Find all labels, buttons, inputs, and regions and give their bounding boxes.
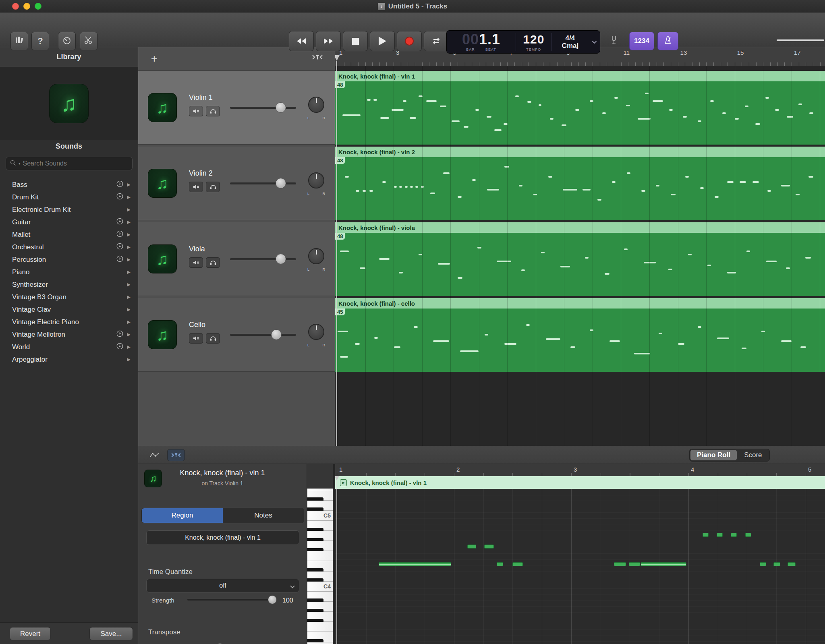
metronome-button[interactable]	[657, 32, 678, 50]
tab-region[interactable]: Region	[142, 508, 223, 523]
revert-button[interactable]: Revert	[10, 627, 51, 640]
volume-knob[interactable]	[276, 102, 286, 113]
download-icon[interactable]	[116, 343, 123, 352]
disclosure-arrow-icon[interactable]: ▶	[127, 195, 131, 200]
white-key-d3[interactable]	[307, 642, 333, 644]
editor-region-strip[interactable]: ▶ Knock, knock (final) - vln 1	[335, 476, 825, 489]
midi-note[interactable]	[745, 533, 751, 537]
library-item-world[interactable]: World▶	[0, 341, 138, 353]
library-item-vintage-electric-piano[interactable]: Vintage Electric Piano▶	[0, 316, 138, 328]
library-item-piano[interactable]: Piano▶	[0, 266, 138, 278]
cycle-button[interactable]	[424, 31, 449, 51]
forward-button[interactable]	[316, 31, 341, 51]
volume-knob[interactable]	[276, 254, 286, 264]
download-icon[interactable]	[116, 180, 123, 189]
midi-note[interactable]	[731, 533, 737, 537]
disclosure-arrow-icon[interactable]: ▶	[127, 307, 131, 312]
midi-note[interactable]	[629, 562, 640, 566]
library-item-electronic-drum-kit[interactable]: Electronic Drum Kit▶	[0, 203, 138, 216]
midi-note[interactable]	[788, 562, 796, 566]
playhead[interactable]	[336, 61, 337, 446]
disclosure-arrow-icon[interactable]: ▶	[127, 357, 131, 362]
track-header-violin-2[interactable]: ♫Violin 2LR	[138, 147, 335, 220]
white-key-f4[interactable]	[307, 551, 333, 561]
pan-dial[interactable]	[308, 324, 324, 340]
library-toggle-button[interactable]	[10, 32, 28, 50]
midi-note[interactable]	[497, 562, 503, 566]
disclosure-arrow-icon[interactable]: ▶	[127, 244, 131, 250]
disclosure-arrow-icon[interactable]: ▶	[127, 232, 131, 237]
solo-button[interactable]	[206, 257, 220, 268]
disclosure-arrow-icon[interactable]: ▶	[127, 319, 131, 325]
timeline[interactable]: Knock, knock (final) - vln 148Knock, kno…	[335, 47, 825, 446]
disclosure-arrow-icon[interactable]: ▶	[127, 344, 131, 350]
smart-controls-button[interactable]	[58, 32, 76, 50]
midi-note[interactable]	[703, 533, 709, 537]
rewind-button[interactable]	[289, 31, 314, 51]
track-volume-slider[interactable]	[230, 254, 296, 264]
lcd-key-section[interactable]: 4/4 Cmaj	[552, 31, 589, 53]
download-icon[interactable]	[116, 230, 123, 239]
editor-catch-playhead-button[interactable]	[167, 449, 185, 461]
lcd-mode-chevron[interactable]	[589, 31, 600, 53]
midi-region-cello[interactable]: Knock, knock (final) - cello45	[335, 298, 825, 372]
library-item-arpeggiator[interactable]: Arpeggiator▶	[0, 353, 138, 366]
mute-button[interactable]	[189, 182, 203, 192]
library-item-orchestral[interactable]: Orchestral▶	[0, 241, 138, 253]
midi-note[interactable]	[467, 545, 476, 549]
library-item-vintage-b3-organ[interactable]: Vintage B3 Organ▶	[0, 291, 138, 303]
track-header-violin-1[interactable]: ♫Violin 1LR	[138, 71, 335, 145]
disclosure-arrow-icon[interactable]: ▶	[127, 332, 131, 337]
pan-dial[interactable]	[308, 97, 324, 113]
editor-playhead[interactable]	[336, 476, 337, 644]
play-button[interactable]	[370, 31, 395, 51]
midi-region-viola[interactable]: Knock, knock (final) - viola48	[335, 222, 825, 296]
midi-note[interactable]	[641, 562, 686, 566]
track-volume-slider[interactable]	[230, 329, 296, 340]
midi-note[interactable]	[614, 562, 626, 566]
mute-button[interactable]	[189, 106, 203, 116]
library-item-synthesizer[interactable]: Synthesizer▶	[0, 278, 138, 291]
midi-draw-button[interactable]	[145, 449, 163, 461]
search-sounds-field[interactable]: ▾	[6, 157, 133, 170]
library-item-percussion[interactable]: Percussion▶	[0, 253, 138, 266]
lcd-display[interactable]: 001.1 BARBEAT 120 TEMPO 4/4 Cmaj	[446, 30, 600, 54]
catch-playhead-button[interactable]	[311, 54, 323, 62]
library-item-mallet[interactable]: Mallet▶	[0, 228, 138, 241]
midi-region-violin-1[interactable]: Knock, knock (final) - vln 148	[335, 71, 825, 145]
download-icon[interactable]	[116, 330, 123, 339]
volume-knob[interactable]	[276, 178, 286, 188]
library-item-guitar[interactable]: Guitar▶	[0, 216, 138, 228]
download-icon[interactable]	[116, 218, 123, 227]
tab-piano-roll[interactable]: Piano Roll	[690, 450, 737, 460]
track-pan-knob[interactable]: LR	[307, 172, 326, 197]
track-pan-knob[interactable]: LR	[307, 248, 326, 272]
midi-note[interactable]	[484, 545, 494, 549]
disclosure-arrow-icon[interactable]: ▶	[127, 257, 131, 262]
solo-button[interactable]	[206, 106, 220, 116]
mute-button[interactable]	[189, 333, 203, 344]
library-item-drum-kit[interactable]: Drum Kit▶	[0, 191, 138, 203]
library-item-bass[interactable]: Bass▶	[0, 178, 138, 191]
disclosure-arrow-icon[interactable]: ▶	[127, 294, 131, 300]
midi-note[interactable]	[717, 533, 723, 537]
white-key-f3[interactable]	[307, 622, 333, 632]
track-pan-knob[interactable]: LR	[307, 97, 326, 121]
solo-button[interactable]	[206, 333, 220, 344]
disclosure-arrow-icon[interactable]: ▶	[127, 182, 131, 187]
pan-dial[interactable]	[308, 248, 324, 264]
piano-keyboard[interactable]: C5C4	[307, 489, 333, 644]
download-icon[interactable]	[116, 243, 123, 252]
count-in-button[interactable]: 1234	[629, 32, 654, 50]
midi-note[interactable]	[379, 562, 451, 566]
piano-roll-grid[interactable]	[335, 489, 825, 644]
midi-note[interactable]	[773, 562, 780, 566]
disclosure-arrow-icon[interactable]: ▶	[127, 269, 131, 275]
record-button[interactable]	[397, 31, 422, 51]
disclosure-arrow-icon[interactable]: ▶	[127, 282, 131, 287]
library-item-vintage-clav[interactable]: Vintage Clav▶	[0, 303, 138, 316]
disclosure-arrow-icon[interactable]: ▶	[127, 207, 131, 212]
lcd-tempo-section[interactable]: 120 TEMPO	[516, 31, 551, 53]
library-item-vintage-mellotron[interactable]: Vintage Mellotron▶	[0, 328, 138, 341]
download-icon[interactable]	[116, 255, 123, 264]
